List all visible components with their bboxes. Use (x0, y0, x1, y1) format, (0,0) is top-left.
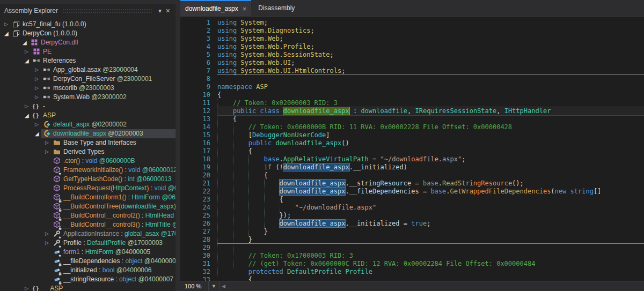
code-line[interactable]: 31 // (get) Token: 0x0600000C RID: 12 RV… (180, 260, 644, 268)
tree-item-build-control-tree[interactable]: __BuildControlTree(downloadfile_aspx) : (0, 202, 175, 211)
tree-item-process-request[interactable]: ProcessRequest(HttpContext) : void @06 (0, 184, 175, 193)
highlighted-reference[interactable]: downloadfile_aspx (280, 220, 346, 227)
tree-item-app-global-asax[interactable]: ▷App_global.asax @23000004 (0, 65, 175, 74)
highlighted-definition[interactable]: downloadfile_aspx (283, 107, 349, 115)
tab-disassembly[interactable]: Disassembly (253, 0, 299, 16)
code-line[interactable]: 20 { (180, 171, 644, 180)
code-line[interactable]: 30 // Token: 0x17000003 RID: 3 (180, 252, 644, 260)
code-line[interactable]: 27 } (180, 228, 644, 236)
highlighted-reference[interactable]: downloadfile_aspx (280, 180, 346, 187)
expander-collapsed-icon[interactable]: ▷ (35, 74, 39, 84)
tree-item-pe[interactable]: ▷PE (0, 47, 175, 56)
tree-item-derpycon[interactable]: ◢DerpyCon (1.0.0.0) (0, 29, 175, 38)
highlighted-reference[interactable]: downloadfile_aspx (283, 163, 349, 171)
tree-item-build-control-control3[interactable]: __BuildControl__control3() : HtmlTitle @ (0, 220, 175, 229)
tree-item-downloadfile-aspx[interactable]: ◢downloadfile_aspx @02000003 (0, 129, 175, 138)
expander-collapsed-icon[interactable]: ▷ (45, 238, 49, 248)
tree-item-mscorlib[interactable]: ▷mscorlib @23000003 (0, 84, 175, 93)
horizontal-scrollbar[interactable]: ◀ (219, 281, 644, 291)
tree-item-derived-types[interactable]: ▷Derived Types (0, 147, 175, 156)
code-line[interactable]: 29 (180, 244, 644, 252)
drag-grip[interactable] (62, 8, 152, 13)
expander-collapsed-icon[interactable]: ▷ (35, 120, 39, 129)
code-line[interactable]: 33 { (180, 276, 644, 281)
code-line[interactable]: 12 public class downloadfile_aspx : down… (180, 107, 644, 115)
code-line[interactable]: 6using System.Web.UI; (180, 59, 644, 67)
expander-collapsed-icon[interactable]: ▷ (35, 84, 39, 93)
tree-item-string-resource[interactable]: __stringResource : object @04000007 (0, 275, 175, 284)
expander-expanded-icon[interactable]: ◢ (4, 29, 9, 38)
code-line[interactable]: 16 public downloadfile_aspx() (180, 139, 644, 147)
zoom-level-select[interactable]: 100 % (180, 281, 208, 291)
tree-item-references[interactable]: ◢References (0, 56, 175, 65)
panel-splitter[interactable] (175, 0, 180, 291)
code-line[interactable]: 7using System.Web.UI.HtmlControls; (180, 67, 644, 75)
code-view[interactable]: 1using System;2using System.Diagnostics;… (180, 17, 644, 281)
code-line[interactable]: 17 { (180, 147, 644, 155)
expander-collapsed-icon[interactable]: ▷ (45, 229, 49, 238)
code-line[interactable]: 28 } (180, 236, 644, 244)
tree-item-namespace-asp[interactable]: ◢{ }ASP (0, 111, 175, 120)
expander-expanded-icon[interactable]: ◢ (23, 38, 27, 47)
code-line[interactable]: 22 downloadfile_aspx.__fileDependencies … (180, 188, 644, 196)
tree-item-ctor[interactable]: .ctor() : void @0600000B (0, 156, 175, 166)
tree-item-namespace-dash[interactable]: ▷{ }- (0, 102, 175, 111)
code-line[interactable]: 15 [DebuggerNonUserCode] (180, 131, 644, 139)
tree-item-initialized[interactable]: __initialized : bool @04000006 (0, 266, 175, 275)
chevron-down-icon[interactable]: ▾ (156, 6, 164, 15)
tree-item-derpycon-dll[interactable]: ◢DerpyCon.dll (0, 38, 175, 47)
code-line[interactable]: 21 downloadfile_aspx.__stringResource = … (180, 180, 644, 188)
code-line[interactable]: 2using System.Diagnostics; (180, 27, 644, 35)
expander-expanded-icon[interactable]: ◢ (35, 129, 39, 138)
zoom-dropdown-icon[interactable]: ▼ (208, 281, 219, 291)
tree-item-derpycon-fileserver[interactable]: ▷DerpyCon_FileServer @23000001 (0, 74, 175, 84)
code-line[interactable]: 25 }); (180, 212, 644, 220)
highlighted-reference[interactable]: downloadfile_aspx (280, 188, 346, 195)
code-line[interactable]: 3using System.Web; (180, 35, 644, 43)
tree-item-kc57-final-fu[interactable]: ▷kc57_final_fu (1.0.0.0) (0, 20, 175, 29)
code-line[interactable]: 9namespace ASP (180, 83, 644, 91)
expander-collapsed-icon[interactable]: ▷ (25, 102, 28, 111)
expander-collapsed-icon[interactable]: ▷ (25, 47, 28, 56)
close-icon[interactable]: × (164, 6, 172, 15)
expander-collapsed-icon[interactable]: ▷ (35, 65, 39, 74)
tree-item-file-dependencies[interactable]: __fileDependencies : object @04000008 (0, 257, 175, 266)
code-line[interactable]: 14 // Token: 0x0600000B RID: 11 RVA: 0x0… (180, 123, 644, 131)
tree-item-namespace-underscore-asp[interactable]: ▷{ }__ASP (0, 284, 175, 291)
tree-item-framework-initialize[interactable]: FrameworkInitialize() : void @06000012 (0, 166, 175, 175)
code-line[interactable]: 26 downloadfile_aspx.__initialized = tru… (180, 220, 644, 228)
code-line[interactable]: 1using System; (180, 19, 644, 27)
code-line[interactable]: 23 { (180, 196, 644, 204)
code-line[interactable]: 4using System.Web.Profile; (180, 43, 644, 51)
expander-collapsed-icon[interactable]: ▷ (45, 147, 49, 156)
tree-item-build-control-control2[interactable]: __BuildControl__control2() : HtmlHead @ (0, 211, 175, 220)
code-line[interactable]: 32 protected DefaultProfile Profile (180, 268, 644, 276)
code-line[interactable]: 18 base.AppRelativeVirtualPath = "~/down… (180, 155, 644, 163)
code-text: // Token: 0x17000003 RID: 3 (217, 252, 644, 260)
expander-collapsed-icon[interactable]: ▷ (45, 138, 49, 147)
tab-close-icon[interactable]: × (243, 5, 247, 12)
code-line[interactable]: 10{ (180, 91, 644, 99)
scroll-left-icon[interactable]: ◀ (219, 283, 228, 289)
code-line[interactable]: 11 // Token: 0x02000003 RID: 3 (180, 99, 644, 107)
code-text: // (get) Token: 0x0600000C RID: 12 RVA: … (217, 260, 644, 268)
tree-item-profile[interactable]: ▷Profile : DefaultProfile @17000003 (0, 238, 175, 248)
tab-downloadfile-aspx[interactable]: downloadfile_aspx× (180, 0, 251, 16)
tree-item-get-type-hash-code[interactable]: GetTypeHashCode() : int @06000013 (0, 175, 175, 184)
expander-collapsed-icon[interactable]: ▷ (25, 284, 28, 291)
code-line[interactable]: 19 if (!downloadfile_aspx.__initialized) (180, 163, 644, 171)
tree-item-default-aspx[interactable]: ▷default_aspx @02000002 (0, 120, 175, 129)
code-line[interactable]: 5using System.Web.SessionState; (180, 51, 644, 59)
tree-item-base-type-and-interfaces[interactable]: ▷Base Type and Interfaces (0, 138, 175, 147)
tree-item-application-instance[interactable]: ▷ApplicationInstance : global_asax @1700 (0, 229, 175, 238)
tree-item-form1[interactable]: form1 : HtmlForm @04000005 (0, 248, 175, 257)
code-line[interactable]: 13 { (180, 115, 644, 123)
expander-collapsed-icon[interactable]: ▷ (35, 93, 39, 102)
expander-expanded-icon[interactable]: ◢ (25, 56, 29, 65)
tree-item-build-control-form1[interactable]: __BuildControlform1() : HtmlForm @060 (0, 193, 175, 202)
code-line[interactable]: 24 "~/downloadfile.aspx" (180, 204, 644, 212)
code-line[interactable]: 8 (180, 75, 644, 83)
expander-expanded-icon[interactable]: ◢ (25, 111, 29, 120)
expander-collapsed-icon[interactable]: ▷ (4, 20, 8, 29)
tree-item-system-web[interactable]: ▷System.Web @23000002 (0, 93, 175, 102)
